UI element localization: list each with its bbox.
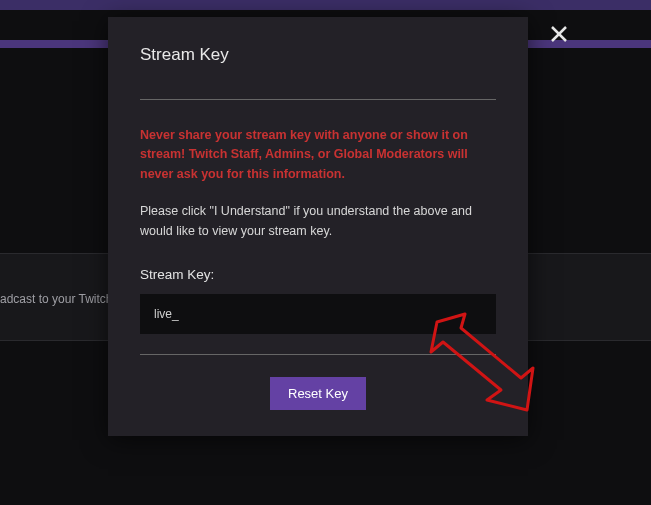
close-button[interactable] [547, 22, 571, 46]
stream-key-label: Stream Key: [140, 267, 496, 282]
button-row: Reset Key [140, 377, 496, 410]
stream-key-modal: Stream Key Never share your stream key w… [108, 17, 528, 436]
modal-title: Stream Key [140, 45, 496, 65]
warning-text: Never share your stream key with anyone … [140, 126, 496, 184]
close-icon [550, 25, 568, 43]
divider-top [140, 99, 496, 100]
divider-bottom [140, 354, 496, 355]
background-strip-text: adcast to your Twitch [0, 292, 113, 306]
reset-key-button[interactable]: Reset Key [270, 377, 366, 410]
instruction-text: Please click "I Understand" if you under… [140, 202, 496, 241]
topbar [0, 0, 651, 10]
stream-key-input[interactable] [140, 294, 496, 334]
